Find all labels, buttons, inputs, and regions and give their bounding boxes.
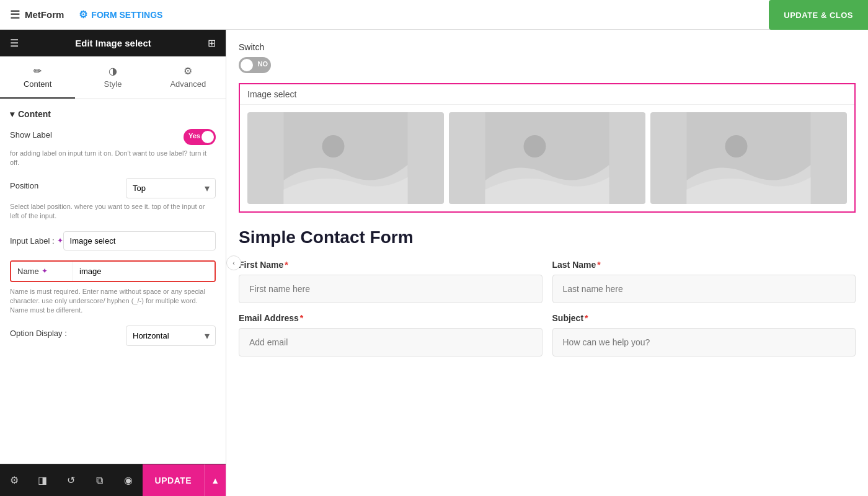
first-name-required: *: [285, 260, 288, 270]
option-display-label: Option Display :: [10, 329, 67, 338]
first-name-group: First Name*: [239, 260, 542, 303]
tab-style[interactable]: ◑ Style: [75, 56, 150, 99]
switch-no-label: NO: [258, 60, 268, 68]
switch-toggle[interactable]: NO: [239, 57, 856, 73]
toolbar-responsive-icon[interactable]: ⧉: [86, 464, 114, 496]
show-label-label: Show Label: [10, 130, 52, 140]
main-layout: ☰ Edit Image select ⊞ ✏ Content ◑ Style …: [0, 30, 868, 496]
name-field-label: Name ✦: [11, 262, 73, 281]
form-settings-button[interactable]: ⚙ FORM SETTINGS: [79, 9, 162, 20]
section-arrow-icon: ▾: [10, 109, 14, 119]
svg-point-1: [322, 135, 345, 157]
image-select-widget-label: Image select: [240, 84, 854, 105]
content-tab-label: Content: [24, 79, 52, 89]
toolbar-layers-icon[interactable]: ◨: [29, 464, 57, 496]
name-field-container: Name ✦: [10, 260, 216, 282]
email-input[interactable]: [239, 328, 542, 356]
menu-icon[interactable]: ☰: [10, 8, 20, 22]
panel-header-grid-icon[interactable]: ⊞: [208, 37, 216, 49]
content-tab-icon: ✏: [33, 65, 42, 77]
panel-header-menu-icon[interactable]: ☰: [10, 37, 19, 49]
toggle-yes-label: Yes: [188, 132, 200, 140]
right-panel: ‹ Switch NO Image select: [226, 30, 868, 496]
position-field: Position Top Left Select label position.…: [10, 178, 216, 221]
option-display-select[interactable]: Horizontal Vertical: [126, 326, 216, 346]
style-tab-icon: ◑: [108, 65, 117, 77]
left-panel: ☰ Edit Image select ⊞ ✏ Content ◑ Style …: [0, 30, 226, 496]
subject-group: Subject*: [552, 313, 856, 356]
panel-collapse-handle[interactable]: ‹: [226, 255, 241, 270]
input-label-sparkle-icon: ✦: [57, 236, 63, 245]
show-label-hint: for adding label on input turn it on. Do…: [10, 149, 216, 168]
toolbar-settings-icon[interactable]: ⚙: [0, 464, 29, 496]
form-row-1: First Name* Last Name*: [239, 260, 856, 303]
toolbar-eye-icon[interactable]: ◉: [114, 464, 143, 496]
switch-label: Switch: [239, 42, 856, 52]
email-group: Email Address*: [239, 313, 542, 356]
svg-point-5: [725, 135, 748, 157]
section-title: Content: [18, 109, 51, 119]
image-option-2[interactable]: [449, 112, 645, 204]
form-title: Simple Contact Form: [239, 228, 856, 247]
panel-header-title: Edit Image select: [75, 38, 151, 48]
subject-label: Subject*: [552, 313, 856, 323]
tab-advanced[interactable]: ⚙ Advanced: [151, 56, 226, 99]
bottom-toolbar: ⚙ ◨ ↺ ⧉ ◉ UPDATE ▲: [0, 464, 226, 496]
option-display-field: Option Display : Horizontal Vertical: [10, 326, 216, 346]
advanced-tab-icon: ⚙: [184, 65, 192, 77]
input-label-input[interactable]: [63, 231, 216, 250]
collapse-button[interactable]: ▲: [204, 464, 226, 496]
last-name-label: Last Name*: [552, 260, 856, 270]
image-grid: [240, 105, 854, 211]
name-sparkle-icon: ✦: [42, 267, 48, 275]
switch-section: Switch NO: [239, 42, 856, 73]
last-name-group: Last Name*: [552, 260, 856, 303]
contact-form: Simple Contact Form First Name* Last Nam…: [239, 228, 856, 356]
panel-content: ▾ Content Show Label Yes for adding labe…: [0, 99, 226, 464]
position-hint: Select label position. where you want to…: [10, 202, 216, 221]
name-hint: Name is must required. Enter name withou…: [10, 287, 216, 316]
app-logo: ☰ MetForm: [10, 8, 64, 22]
last-name-required: *: [597, 260, 600, 270]
form-row-2: Email Address* Subject*: [239, 313, 856, 356]
gear-icon: ⚙: [79, 9, 87, 20]
app-name: MetForm: [25, 9, 64, 20]
style-tab-label: Style: [104, 79, 122, 89]
panel-header: ☰ Edit Image select ⊞: [0, 30, 226, 56]
first-name-label: First Name*: [239, 260, 542, 270]
svg-point-3: [524, 135, 546, 157]
subject-required: *: [585, 313, 588, 323]
form-settings-label: FORM SETTINGS: [91, 10, 162, 20]
show-label-field: Show Label Yes for adding label on input…: [10, 129, 216, 168]
image-option-3[interactable]: [650, 112, 847, 204]
name-field-input[interactable]: [73, 262, 215, 281]
name-field-row: Name ✦ Name is must required. Enter name…: [10, 260, 216, 316]
image-option-1[interactable]: [247, 112, 444, 204]
toolbar-history-icon[interactable]: ↺: [57, 464, 86, 496]
position-select[interactable]: Top Left: [126, 178, 216, 198]
tab-content[interactable]: ✏ Content: [0, 56, 75, 99]
panel-tabs: ✏ Content ◑ Style ⚙ Advanced: [0, 56, 226, 99]
first-name-input[interactable]: [239, 275, 542, 303]
input-label-field: Input Label : ✦: [10, 231, 216, 250]
image-select-widget: Image select: [239, 83, 856, 213]
input-label-text: Input Label : ✦: [10, 236, 63, 246]
email-required: *: [300, 313, 303, 323]
position-label: Position: [10, 181, 38, 190]
email-label: Email Address*: [239, 313, 542, 323]
update-close-button[interactable]: UPDATE & CLOS: [769, 0, 868, 30]
topbar: ☰ MetForm ⚙ FORM SETTINGS UPDATE & CLOS: [0, 0, 868, 30]
advanced-tab-label: Advanced: [170, 79, 206, 89]
content-section-header[interactable]: ▾ Content: [10, 109, 216, 119]
subject-input[interactable]: [552, 328, 856, 356]
update-button[interactable]: UPDATE: [143, 464, 205, 496]
last-name-input[interactable]: [552, 275, 856, 303]
show-label-toggle[interactable]: Yes: [184, 129, 216, 145]
